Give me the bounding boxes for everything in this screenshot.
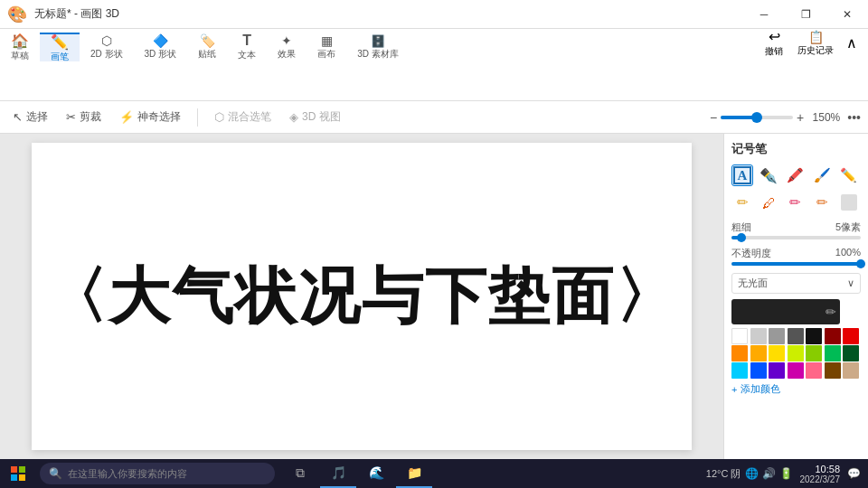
swatch-magenta[interactable]	[788, 362, 804, 379]
tab-home[interactable]: 🏠 草稿	[0, 33, 40, 61]
crop-icon: ✂	[66, 110, 76, 124]
opacity-slider[interactable]	[731, 262, 861, 266]
surface-label: 无光面	[738, 277, 768, 290]
stickers-icon: 🏷️	[200, 33, 215, 48]
swatch-gray[interactable]	[769, 328, 785, 344]
swatch-dark-green[interactable]	[843, 345, 859, 361]
select-tool[interactable]: ↖ 选择	[7, 105, 53, 130]
brush-marker-orange[interactable]: 🖊	[758, 192, 779, 213]
title-left: 🎨 无标题* - 画图 3D	[0, 5, 119, 24]
cmd-right: − + 150% •••	[710, 110, 861, 125]
undo-button[interactable]: ↩ 撤销	[760, 26, 788, 60]
taskbar-search[interactable]: 🔍 在这里输入你要搜索的内容	[40, 463, 275, 484]
tab-canvas[interactable]: ▦ 画布	[307, 33, 346, 61]
canvas-area[interactable]: 〈大气状况与下垫面〉	[0, 134, 723, 459]
brush-marker-pink[interactable]: ✏	[785, 192, 807, 213]
media-app[interactable]: 🎵	[320, 459, 356, 488]
swatch-light-blue[interactable]	[731, 362, 748, 379]
history-button[interactable]: 📋 历史记录	[792, 28, 839, 59]
swatch-pink[interactable]	[806, 362, 822, 379]
swatch-tan[interactable]	[843, 362, 859, 379]
swatch-dark-red[interactable]	[825, 328, 841, 344]
swatch-orange-row2-2[interactable]	[750, 345, 767, 361]
tab-draw[interactable]: ✏️ 画笔	[40, 33, 80, 61]
swatch-orange-row2-1[interactable]	[731, 345, 748, 361]
color-edit-icon[interactable]: ✏	[826, 305, 836, 319]
taskbar-right: 12°C 阴 🌐 🔊 🔋 10:58 2022/3/27 💬	[706, 464, 868, 484]
undo-label: 撤销	[765, 45, 783, 58]
3dview-icon: ◈	[289, 110, 298, 124]
tab-text-label: 文本	[238, 49, 256, 61]
2dshapes-icon: ⬡	[101, 33, 112, 48]
crop-tool[interactable]: ✂ 剪裁	[61, 105, 107, 130]
plus-icon: +	[731, 384, 737, 395]
swatch-light-gray[interactable]	[750, 328, 767, 344]
tab-2dshapes[interactable]: ⬡ 2D 形状	[80, 33, 134, 61]
tab-stickers[interactable]: 🏷️ 贴纸	[187, 33, 227, 61]
clock-time: 10:58	[800, 464, 841, 474]
swatch-green[interactable]	[825, 345, 841, 361]
taskbar-clock[interactable]: 10:58 2022/3/27	[800, 464, 841, 484]
brush-pencil-yellow[interactable]: ✏	[731, 192, 753, 213]
tab-3dlib[interactable]: 🗄️ 3D 素材库	[346, 33, 410, 61]
magic-select-tool[interactable]: ⚡ 神奇选择	[114, 105, 186, 130]
combine-btn[interactable]: ⬡ 混合选笔	[209, 105, 277, 130]
swatch-black[interactable]	[806, 328, 822, 344]
3dview-btn[interactable]: ◈ 3D 视图	[284, 105, 346, 130]
tab-3dshapes-label: 3D 形状	[145, 48, 177, 61]
ribbon: 🏠 草稿 ✏️ 画笔 ⬡ 2D 形状 🔷 3D 形状 🏷️	[0, 29, 868, 101]
zoom-in-icon[interactable]: +	[797, 110, 804, 125]
surface-selector[interactable]: 无光面 ∨	[731, 273, 861, 294]
windows-icon	[11, 466, 25, 481]
taskview-app[interactable]: ⧉	[282, 459, 318, 488]
thickness-label: 粗细	[731, 221, 751, 234]
brush-marker-outline[interactable]: A	[731, 164, 753, 186]
tab-text[interactable]: T 文本	[227, 33, 267, 61]
notification-icon[interactable]: 💬	[847, 467, 861, 480]
swatch-light-green[interactable]	[806, 345, 822, 361]
tab-stickers-label: 贴纸	[198, 48, 216, 61]
swatch-brown[interactable]	[825, 362, 841, 379]
more-options-icon[interactable]: •••	[847, 110, 861, 125]
effects-icon: ✦	[281, 33, 292, 48]
titlebar: 🎨 无标题* - 画图 3D ─ ❐ ✕	[0, 0, 868, 29]
brush-crayon-orange[interactable]: 🖍️	[785, 164, 807, 186]
swatch-yellow-green[interactable]	[788, 345, 804, 361]
swatch-blue[interactable]	[750, 362, 767, 379]
right-panel: 记号笔 A ✒️ 🖍️ 🖌️ ✏️	[723, 134, 868, 459]
folder-app[interactable]: 📁	[396, 459, 432, 488]
zoom-slider[interactable]	[721, 116, 793, 119]
brush-eraser[interactable]	[838, 192, 860, 213]
swatch-purple[interactable]	[769, 362, 785, 379]
brush-marker-dark[interactable]: ✏️	[838, 164, 860, 186]
brush-pen-icon: ✒️	[760, 167, 778, 184]
swatch-yellow[interactable]	[769, 345, 785, 361]
svg-rect-1	[19, 466, 25, 473]
tab-effects[interactable]: ✦ 效果	[267, 33, 307, 61]
tab-3dshapes[interactable]: 🔷 3D 形状	[134, 33, 188, 61]
ribbon-collapse-button[interactable]: ∧	[843, 34, 861, 52]
zoom-out-icon[interactable]: −	[710, 110, 717, 125]
brush-pen[interactable]: ✒️	[758, 164, 779, 186]
start-button[interactable]	[0, 459, 36, 488]
cmdbar: ↖ 选择 ✂ 剪裁 ⚡ 神奇选择 ⬡ 混合选笔 ◈ 3D 视图 − + 150%…	[0, 101, 868, 134]
brush-marker-orange2[interactable]: ✏	[811, 192, 833, 213]
color-preview[interactable]: ✏	[731, 299, 840, 324]
swatch-dark-gray[interactable]	[788, 328, 804, 344]
history-icon: 📋	[808, 30, 824, 44]
magic-icon: ⚡	[119, 110, 134, 124]
volume-icon[interactable]: 🔊	[762, 467, 776, 480]
window-title: 无标题* - 画图 3D	[34, 6, 119, 22]
thickness-slider[interactable]	[731, 236, 861, 239]
weather-app-icon[interactable]: 🌊	[358, 459, 394, 488]
ribbon-tabs: 🏠 草稿 ✏️ 画笔 ⬡ 2D 形状 🔷 3D 形状 🏷️	[0, 29, 868, 61]
brush-marker-dark-icon: ✏️	[840, 167, 857, 183]
brush-tip-brown[interactable]: 🖌️	[811, 164, 833, 186]
network-icon[interactable]: 🌐	[745, 467, 759, 480]
taskbar-apps: ⧉ 🎵 🌊 📁	[282, 459, 432, 488]
battery-icon[interactable]: 🔋	[779, 467, 793, 480]
swatch-red[interactable]	[843, 328, 859, 344]
drawing-canvas[interactable]: 〈大气状况与下垫面〉	[32, 143, 692, 450]
swatch-white[interactable]	[731, 328, 748, 344]
add-color-button[interactable]: + 添加颜色	[731, 382, 861, 396]
